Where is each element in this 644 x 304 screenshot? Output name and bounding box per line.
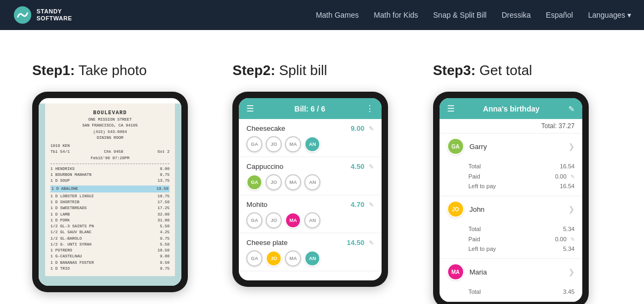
phone: (415) 543-6084 [50, 129, 170, 135]
logo[interactable]: STANDY SOFTWARE [13, 5, 72, 25]
edit-icon[interactable]: ✎ [369, 163, 374, 170]
address1: ONE MISSION STREET [50, 117, 170, 123]
logo-icon [13, 5, 32, 25]
phone2: ☰ Bill: 6 / 6 ⋮ Cheesecake 9.00 ✎ [232, 92, 388, 287]
split-item-mohito: Mohito 4.70 ✎ GA JO MA AN [239, 195, 382, 233]
grand-total: Total: 37.27 [440, 119, 582, 134]
avatar-garry: GA [447, 138, 464, 155]
hamburger-icon[interactable]: ☰ [447, 103, 455, 114]
nav-links: Math Games Math for Kids Snap & Split Bi… [316, 10, 631, 20]
restaurant-name: BOULEVARD [50, 109, 170, 117]
total-screen: ☰ Anna's birthday ✎ Total: 37.27 GA Garr… [440, 98, 582, 302]
hamburger-icon[interactable]: ☰ [246, 103, 254, 114]
avatar-row: GA JO MA AN [246, 250, 374, 266]
edit-icon[interactable]: ✎ [570, 174, 575, 180]
avatar-row: GA JO MA AN [246, 212, 374, 228]
phone3-screen: ☰ Anna's birthday ✎ Total: 37.27 GA Garr… [440, 98, 582, 302]
person-john: JO John ❯ Total5.34 Paid0.00 ✎ Left to p… [440, 196, 582, 259]
avatar-an[interactable]: AN [304, 174, 320, 190]
chevron-icon[interactable]: ❯ [568, 205, 575, 213]
edit-icon[interactable]: ✎ [369, 239, 374, 247]
john-details: Total5.34 Paid0.00 ✎ Left to pay5.34 [440, 222, 582, 258]
address2: SAN FRANCISCO, CA 94105 [50, 123, 170, 129]
avatar-ma[interactable]: MA [285, 250, 301, 266]
nav-math-kids[interactable]: Math for Kids [374, 11, 418, 19]
event-name: Anna's birthday [483, 105, 539, 113]
avatar-an[interactable]: AN [304, 212, 320, 228]
table-row: Tbl 54/1 Chk 9458 Gst 2 [50, 149, 170, 155]
avatar-jo[interactable]: JO [266, 212, 282, 228]
phone3: ☰ Anna's birthday ✎ Total: 37.27 GA Garr… [433, 92, 589, 304]
step3-title: Step3: Get total [433, 62, 532, 79]
avatar-jo[interactable]: JO [266, 250, 282, 266]
nav-espanol[interactable]: Español [546, 11, 573, 19]
total-header: ☰ Anna's birthday ✎ [440, 98, 582, 119]
avatar-ga[interactable]: GA [246, 250, 262, 266]
step2-title: Step2: Split bill [232, 62, 327, 79]
split-item-cappuccino: Cappuccino 4.50 ✎ GA JO MA AN [239, 157, 382, 195]
person-garry: GA Garry ❯ Total16.54 Paid0.00 ✎ Left to… [440, 134, 582, 196]
step1-section: Step1: Take photo BOULEVARD ONE MISSION … [32, 62, 211, 304]
chevron-down-icon: ▾ [627, 11, 631, 19]
split-screen: ☰ Bill: 6 / 6 ⋮ Cheesecake 9.00 ✎ [239, 98, 382, 280]
step2-section: Step2: Split bill ☰ Bill: 6 / 6 ⋮ Cheese… [232, 62, 411, 304]
chevron-icon[interactable]: ❯ [568, 268, 575, 276]
phone2-screen: ☰ Bill: 6 / 6 ⋮ Cheesecake 9.00 ✎ [239, 98, 382, 280]
dots-icon[interactable]: ⋮ [365, 103, 374, 114]
maria-details: Total3.45 [440, 285, 582, 301]
receipt-items: 1 HENDRIKS8.00 1 BOURBON MANHATN8.75 1 D… [50, 166, 170, 272]
split-header: ☰ Bill: 6 / 6 ⋮ [239, 98, 382, 119]
receipt-paper: BOULEVARD ONE MISSION STREET SAN FRANCIS… [45, 103, 175, 276]
item-price: 4.50 [351, 162, 364, 170]
phone1-screen: BOULEVARD ONE MISSION STREET SAN FRANCIS… [39, 98, 181, 286]
item-name: Cappuccino [246, 162, 283, 170]
avatar-ma[interactable]: MA [285, 212, 301, 228]
edit-icon[interactable]: ✎ [369, 201, 374, 209]
nav-languages[interactable]: Languages ▾ [588, 11, 631, 19]
avatar-an[interactable]: AN [304, 136, 320, 152]
item-name: Cheese plate [246, 239, 288, 247]
avatar-ga[interactable]: GA [246, 136, 262, 152]
item-name: Cheesecake [246, 124, 285, 132]
logo-text: STANDY SOFTWARE [36, 8, 72, 22]
avatar-jo[interactable]: JO [266, 136, 282, 152]
edit-icon[interactable]: ✎ [369, 125, 374, 132]
avatar-john: JO [447, 201, 464, 218]
step1-title: Step1: Take photo [32, 62, 147, 79]
garry-details: Total16.54 Paid0.00 ✎ Left to pay16.54 [440, 159, 582, 196]
split-item-cheese-plate: Cheese plate 14.50 ✎ GA JO MA AN [239, 233, 382, 271]
avatar-ma[interactable]: MA [285, 174, 301, 190]
avatar-ga[interactable]: GA [246, 212, 262, 228]
split-item-cheesecake: Cheesecake 9.00 ✎ GA JO MA AN [239, 119, 382, 157]
avatar-ma[interactable]: MA [285, 136, 301, 152]
date: Feb15'06 07:20PM [50, 155, 170, 161]
john-name: John [470, 205, 563, 213]
server: 1019 KEN [50, 143, 170, 149]
main-content: Step1: Take photo BOULEVARD ONE MISSION … [0, 30, 644, 304]
phone1: BOULEVARD ONE MISSION STREET SAN FRANCIS… [32, 92, 188, 292]
edit-icon[interactable]: ✎ [570, 236, 575, 242]
person-maria: MA Maria ❯ Total3.45 [440, 259, 582, 302]
bill-progress: Bill: 6 / 6 [295, 105, 326, 113]
navbar: STANDY SOFTWARE Math Games Math for Kids… [0, 0, 644, 30]
item-price: 4.70 [351, 201, 364, 209]
garry-name: Garry [470, 143, 563, 151]
avatar-ga[interactable]: GA [246, 174, 262, 190]
nav-math-games[interactable]: Math Games [316, 11, 358, 19]
avatar-maria: MA [447, 263, 464, 280]
avatar-row: GA JO MA AN [246, 136, 374, 152]
avatar-jo[interactable]: JO [266, 174, 282, 190]
item-price: 9.00 [351, 124, 364, 132]
receipt-screen: BOULEVARD ONE MISSION STREET SAN FRANCIS… [39, 103, 181, 286]
nav-snap-split[interactable]: Snap & Split Bill [433, 11, 487, 19]
item-name: Mohito [246, 201, 267, 209]
room: DINING ROOM [50, 135, 170, 141]
chevron-icon[interactable]: ❯ [568, 142, 575, 151]
step3-section: Step3: Get total ☰ Anna's birthday ✎ Tot… [433, 62, 612, 304]
maria-name: Maria [470, 268, 563, 276]
nav-dressika[interactable]: Dressika [502, 11, 531, 19]
edit-icon[interactable]: ✎ [568, 105, 575, 113]
avatar-row: GA JO MA AN [246, 174, 374, 190]
avatar-an[interactable]: AN [304, 250, 320, 266]
item-price: 14.50 [347, 239, 364, 247]
